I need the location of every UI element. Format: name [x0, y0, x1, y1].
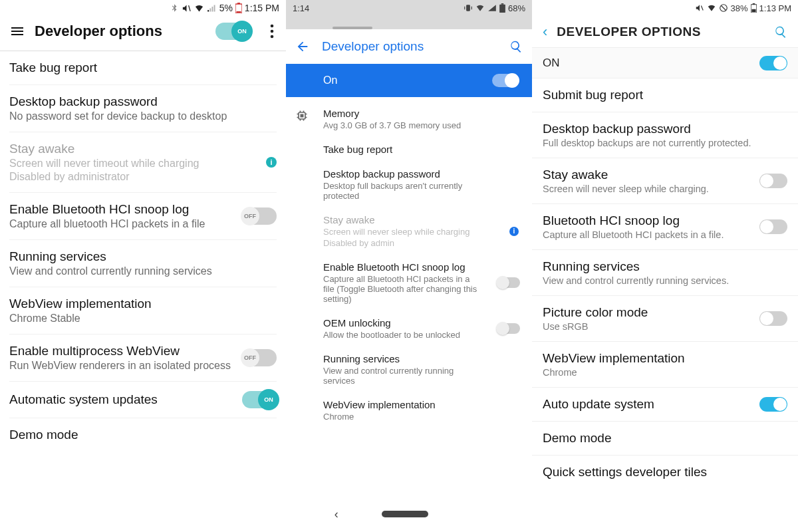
item-demo-mode[interactable]: Demo mode: [9, 418, 277, 452]
item-subtitle2: Disabled by administrator: [9, 171, 266, 183]
master-toggle-row[interactable]: ON: [532, 48, 798, 78]
master-toggle-bar[interactable]: On: [286, 64, 532, 97]
item-multiprocess-webview[interactable]: Enable multiprocess WebView Run WebView …: [9, 334, 277, 382]
overflow-menu-icon[interactable]: [266, 24, 278, 39]
item-stay-awake: Stay awake Screen will never sleep while…: [286, 207, 532, 255]
item-webview-impl[interactable]: WebView implementation Chrome: [286, 392, 532, 428]
page-title: Developer options: [35, 23, 206, 40]
toggle-knob: [773, 57, 787, 70]
clock: 1:14: [293, 3, 464, 13]
nav-home-pill[interactable]: [382, 511, 428, 517]
svg-rect-14: [751, 9, 755, 12]
info-icon[interactable]: i: [266, 157, 277, 168]
item-subtitle: Chrome: [323, 412, 483, 422]
item-running-services[interactable]: Running services View and control curren…: [532, 250, 798, 296]
toggle-knob: [760, 220, 773, 233]
item-subtitle: View and control currently running servi…: [9, 265, 277, 277]
battery-pct: 68%: [508, 3, 525, 13]
battery-pct: 38%: [731, 3, 748, 13]
back-icon[interactable]: [295, 39, 310, 54]
item-bug-report[interactable]: Take bug report: [9, 51, 277, 85]
item-title: Desktop backup password: [323, 168, 519, 180]
item-stay-awake: Stay awake Screen will never timeout whi…: [9, 132, 277, 193]
item-auto-update[interactable]: Auto update system: [532, 388, 798, 422]
item-webview-impl[interactable]: WebView implementation Chrome: [532, 342, 798, 388]
toggle-knob: OFF: [241, 348, 259, 367]
toggle-off[interactable]: OFF: [242, 207, 277, 225]
options-list: Memory Avg 3.0 GB of 3.7 GB memory used …: [286, 97, 532, 428]
item-running-services[interactable]: Running services View and control curren…: [9, 240, 277, 287]
chip-icon: [295, 109, 309, 122]
item-demo-mode[interactable]: Demo mode: [532, 422, 798, 456]
item-title: WebView implementation: [9, 297, 277, 311]
item-stay-awake[interactable]: Stay awake Screen will never sleep while…: [532, 158, 798, 204]
item-backup-password[interactable]: Desktop backup password Desktop full bac…: [286, 162, 532, 207]
toggle-knob: [505, 73, 519, 88]
item-title: Running services: [9, 249, 277, 264]
item-backup-password[interactable]: Desktop backup password Full desktop bac…: [532, 112, 798, 158]
item-title: Demo mode: [543, 431, 787, 446]
nav-back-icon[interactable]: ‹: [334, 507, 338, 521]
item-backup-password[interactable]: Desktop backup password No password set …: [9, 85, 277, 132]
toggle-on[interactable]: [759, 56, 787, 70]
on-label: On: [323, 74, 337, 86]
item-title: Demo mode: [9, 428, 277, 442]
toggle-knob: ON: [258, 389, 279, 410]
item-bug-report[interactable]: Take bug report: [286, 137, 532, 162]
item-running-services[interactable]: Running services View and control curren…: [286, 346, 532, 392]
item-title: Submit bug report: [543, 88, 787, 102]
item-auto-updates[interactable]: Automatic system updates ON: [9, 382, 277, 418]
item-bluetooth-hci[interactable]: Bluetooth HCI snoop log Capture all Blue…: [532, 204, 798, 250]
item-title: Picture color mode: [543, 305, 759, 320]
item-bug-report[interactable]: Submit bug report: [532, 78, 798, 112]
toggle-on[interactable]: [759, 397, 787, 412]
item-title: Stay awake: [323, 214, 519, 225]
back-icon[interactable]: ‹: [543, 23, 547, 41]
search-icon[interactable]: [509, 40, 523, 53]
item-oem-unlocking[interactable]: OEM unlocking Allow the bootloader to be…: [286, 311, 532, 346]
item-memory[interactable]: Memory Avg 3.0 GB of 3.7 GB memory used: [286, 101, 532, 137]
toggle-off[interactable]: [759, 174, 787, 188]
toggle-off[interactable]: [759, 219, 787, 234]
info-icon[interactable]: i: [509, 227, 519, 236]
item-picture-color-mode[interactable]: Picture color mode Use sRGB: [532, 296, 798, 342]
item-quick-tiles[interactable]: Quick settings developer tiles: [532, 456, 798, 489]
item-title: Take bug report: [9, 61, 277, 75]
item-bluetooth-hci[interactable]: Enable Bluetooth HCI snoop log Capture a…: [9, 193, 277, 240]
wifi-icon: [475, 3, 485, 13]
item-title: WebView implementation: [543, 351, 787, 366]
search-icon[interactable]: [774, 25, 787, 39]
toggle-off[interactable]: [497, 323, 520, 334]
svg-rect-2: [236, 11, 241, 13]
options-list: Take bug report Desktop backup password …: [0, 51, 286, 452]
phone-2: 1:14 68% Developer options: [286, 0, 532, 532]
item-title: Running services: [543, 259, 787, 274]
battery-icon: [235, 3, 242, 13]
toggle-knob: OFF: [241, 207, 259, 225]
vibrate-icon: [464, 3, 473, 13]
wifi-icon: [194, 3, 204, 13]
svg-point-5: [271, 35, 274, 39]
toggle-off[interactable]: [759, 311, 787, 326]
battery-pct: 5%: [219, 3, 233, 13]
page-title: Developer options: [322, 39, 497, 54]
master-toggle[interactable]: ON: [215, 23, 250, 40]
mute-icon: [182, 3, 192, 13]
toggle-knob: ON: [231, 21, 253, 42]
svg-rect-7: [499, 5, 505, 13]
item-bluetooth-hci[interactable]: Enable Bluetooth HCI snoop log Capture a…: [286, 255, 532, 311]
item-subtitle: Screen will never timeout while charging: [9, 158, 266, 170]
item-subtitle: Run WebView renderers in an isolated pro…: [9, 360, 242, 372]
toggle-off[interactable]: [497, 277, 520, 288]
signal-icon: [207, 3, 217, 13]
item-webview-impl[interactable]: WebView implementation Chrome Stable: [9, 287, 277, 334]
app-bar: Developer options ON: [0, 16, 286, 49]
toggle-off[interactable]: OFF: [242, 349, 277, 366]
toggle-on[interactable]: [492, 74, 519, 87]
item-subtitle: Avg 3.0 GB of 3.7 GB memory used: [323, 120, 483, 130]
battery-icon: [499, 3, 505, 13]
item-title: Enable Bluetooth HCI snoop log: [9, 202, 242, 217]
hamburger-icon[interactable]: [9, 23, 25, 39]
toggle-on[interactable]: ON: [242, 391, 277, 408]
item-subtitle2: Disabled by admin: [323, 238, 483, 248]
